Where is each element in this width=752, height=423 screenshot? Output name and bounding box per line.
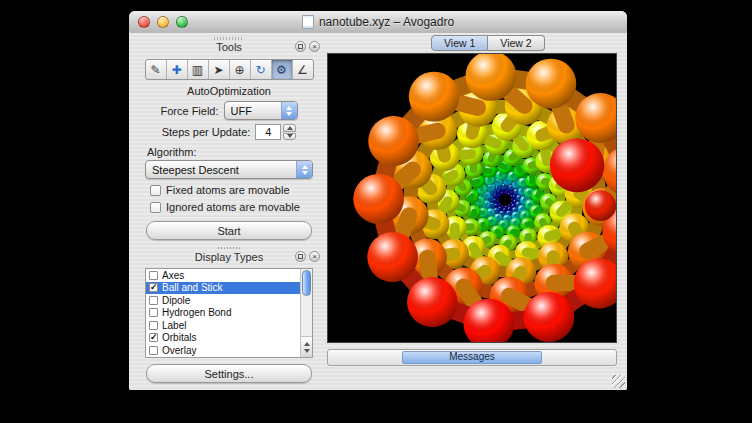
start-button[interactable]: Start: [146, 221, 312, 240]
tool-toolbar: ✎ ✚ ▥ ➤ ⊕ ↻ ⚙ ∠: [145, 59, 314, 80]
steps-spinbox: 4: [255, 124, 296, 140]
algorithm-value: Steepest Descent: [146, 161, 296, 178]
scrollbar-buttons: [301, 336, 312, 357]
algorithm-label: Algorithm:: [147, 146, 322, 158]
list-item-overlay[interactable]: Overlay: [146, 344, 300, 357]
list-item-label: Hydrogen Bond: [162, 307, 232, 318]
overlay-checkbox[interactable]: [149, 346, 158, 355]
display-types-rows: Axes ✓ Ball and Stick Dipole Hydroge: [146, 269, 300, 357]
ignored-atoms-checkbox[interactable]: [150, 202, 161, 213]
force-field-value: UFF: [225, 102, 281, 119]
dock-splitter[interactable]: [136, 244, 322, 251]
measure-tool[interactable]: ∠: [293, 60, 313, 79]
tab-view-1[interactable]: View 1: [431, 35, 488, 51]
close-panel-icon[interactable]: ×: [309, 41, 320, 52]
settings-wrap: Settings...: [146, 364, 312, 383]
ball-and-stick-checkbox[interactable]: ✓: [149, 283, 158, 292]
gl-viewport[interactable]: [327, 53, 617, 343]
left-dock: Tools × ✎ ✚ ▥ ➤ ⊕ ↻ ⚙ ∠: [136, 35, 322, 386]
down-arrow-icon: [287, 134, 293, 138]
nanotube-render: [328, 54, 616, 342]
bond-centric-tool[interactable]: ▥: [188, 60, 209, 79]
steps-stepper: [283, 124, 296, 140]
float-icon: [298, 44, 303, 49]
up-arrow-icon: [287, 126, 293, 130]
navigate-tool[interactable]: ✚: [167, 60, 188, 79]
list-item-axes[interactable]: Axes: [146, 269, 300, 282]
ignored-atoms-row: Ignored atoms are movable: [150, 201, 322, 213]
selection-tool[interactable]: ➤: [209, 60, 230, 79]
list-item-label: Dipole: [162, 295, 190, 306]
list-scrollbar[interactable]: [300, 269, 312, 357]
step-down-button[interactable]: [283, 133, 296, 141]
list-item-label: Orbitals: [162, 332, 196, 343]
document-icon: [302, 15, 314, 29]
list-item-dipole[interactable]: Dipole: [146, 294, 300, 307]
tools-panel-title: Tools: [216, 41, 242, 53]
list-item-hydrogen-bond[interactable]: Hydrogen Bond: [146, 307, 300, 320]
display-types-list: Axes ✓ Ball and Stick Dipole Hydroge: [145, 268, 313, 358]
list-item-ball-and-stick[interactable]: ✓ Ball and Stick: [146, 282, 300, 295]
list-item-orbitals[interactable]: ✓ Orbitals: [146, 332, 300, 345]
window-title-wrap: nanotube.xyz – Avogadro: [302, 15, 454, 29]
dipole-checkbox[interactable]: [149, 296, 158, 305]
close-window-button[interactable]: [138, 16, 150, 28]
messages-button[interactable]: Messages: [402, 351, 542, 364]
tool-toolbar-row: ✎ ✚ ▥ ➤ ⊕ ↻ ⚙ ∠: [136, 59, 322, 80]
title-bar[interactable]: nanotube.xyz – Avogadro: [129, 11, 627, 34]
force-field-label: Force Field:: [160, 105, 218, 117]
autooptimization-title: AutoOptimization: [136, 85, 322, 97]
scrollbar-thumb[interactable]: [302, 270, 311, 296]
zoom-window-button[interactable]: [176, 16, 188, 28]
close-panel-icon[interactable]: ×: [309, 251, 320, 262]
display-header-buttons: ×: [295, 251, 320, 262]
window-title: nanotube.xyz – Avogadro: [319, 15, 454, 29]
fixed-atoms-label: Fixed atoms are movable: [166, 184, 290, 196]
steps-value-field[interactable]: 4: [255, 124, 281, 140]
tools-dock-grip[interactable]: [214, 37, 244, 40]
settings-button[interactable]: Settings...: [146, 364, 312, 383]
ignored-atoms-label: Ignored atoms are movable: [166, 201, 300, 213]
list-item-label: Label: [162, 320, 186, 331]
list-item-label: Overlay: [162, 345, 196, 356]
steps-label: Steps per Update:: [162, 126, 251, 138]
list-item-label: Axes: [162, 270, 184, 281]
tools-panel-header: Tools ×: [136, 41, 322, 55]
traffic-lights: [138, 16, 188, 28]
tab-view-2[interactable]: View 2: [488, 35, 544, 51]
manipulate-tool[interactable]: ⊕: [230, 60, 251, 79]
resize-grip[interactable]: [612, 375, 625, 388]
display-panel-header: Display Types ×: [136, 251, 322, 265]
display-panel-title: Display Types: [195, 251, 263, 263]
minimize-window-button[interactable]: [157, 16, 169, 28]
steps-row: Steps per Update: 4: [136, 124, 322, 140]
view-tabs: View 1 View 2: [431, 35, 617, 51]
list-item-label: Ball and Stick: [162, 282, 223, 293]
scroll-up-icon[interactable]: [304, 342, 310, 346]
force-field-select[interactable]: UFF: [224, 101, 298, 120]
avogadro-window: nanotube.xyz – Avogadro Tools × ✎ ✚: [129, 11, 627, 390]
float-panel-icon[interactable]: [295, 251, 306, 262]
fixed-atoms-checkbox[interactable]: [150, 185, 161, 196]
fixed-atoms-row: Fixed atoms are movable: [150, 184, 322, 196]
label-checkbox[interactable]: [149, 321, 158, 330]
auto-optimize-tool[interactable]: ⚙: [272, 60, 293, 79]
messages-bar: Messages: [327, 349, 617, 366]
force-field-row: Force Field: UFF: [136, 101, 322, 120]
list-item-label-type[interactable]: Label: [146, 319, 300, 332]
float-panel-icon[interactable]: [295, 41, 306, 52]
hydrogen-bond-checkbox[interactable]: [149, 308, 158, 317]
window-content: Tools × ✎ ✚ ▥ ➤ ⊕ ↻ ⚙ ∠: [129, 33, 627, 390]
view-area: View 1 View 2: [327, 35, 617, 366]
step-up-button[interactable]: [283, 124, 296, 132]
draw-tool[interactable]: ✎: [146, 60, 167, 79]
popup-arrows-icon: [281, 102, 297, 119]
tools-header-buttons: ×: [295, 41, 320, 52]
start-wrap: Start: [146, 221, 312, 240]
axes-checkbox[interactable]: [149, 271, 158, 280]
orbitals-checkbox[interactable]: ✓: [149, 333, 158, 342]
algorithm-select[interactable]: Steepest Descent: [145, 160, 313, 179]
scroll-down-icon[interactable]: [304, 349, 310, 353]
popup-arrows-icon: [296, 161, 312, 178]
auto-rotate-tool[interactable]: ↻: [251, 60, 272, 79]
